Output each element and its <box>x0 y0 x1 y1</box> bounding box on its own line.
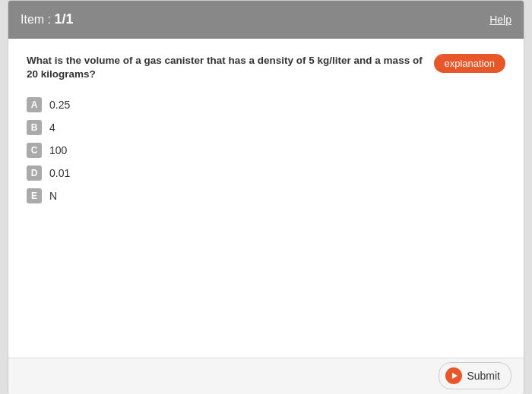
answer-option[interactable]: C100 <box>27 143 505 158</box>
answer-option[interactable]: D0.01 <box>27 165 505 181</box>
option-text: 4 <box>49 121 55 134</box>
submit-label: Submit <box>467 370 500 382</box>
item-indicator: Item : 1/1 <box>21 11 74 27</box>
header-bar: Item : 1/1 Help <box>8 1 524 39</box>
answer-option[interactable]: B4 <box>27 120 505 135</box>
option-text: N <box>49 190 57 202</box>
answer-options: A0.25B4C100D0.01EN <box>27 97 505 203</box>
question-row: What is the volume of a gas canister tha… <box>27 54 505 83</box>
option-text: 0.25 <box>49 99 70 111</box>
option-badge: D <box>27 165 42 181</box>
option-badge: A <box>27 97 42 112</box>
answer-option[interactable]: EN <box>27 188 505 203</box>
help-link[interactable]: Help <box>489 14 511 26</box>
option-text: 0.01 <box>49 167 70 179</box>
answer-option[interactable]: A0.25 <box>27 97 505 112</box>
quiz-container: Item : 1/1 Help What is the volume of a … <box>8 0 524 394</box>
option-badge: E <box>27 188 42 203</box>
submit-play-icon <box>445 367 462 384</box>
option-text: 100 <box>49 144 67 156</box>
explanation-button[interactable]: explanation <box>434 54 506 73</box>
option-badge: B <box>27 120 42 135</box>
submit-button[interactable]: Submit <box>439 362 511 389</box>
item-text: Item : <box>21 13 51 26</box>
option-badge: C <box>27 143 42 158</box>
item-number: 1/1 <box>54 11 73 27</box>
question-text: What is the volume of a gas canister tha… <box>27 54 434 83</box>
footer-bar: Submit <box>8 358 524 394</box>
content-area: What is the volume of a gas canister tha… <box>8 39 524 358</box>
